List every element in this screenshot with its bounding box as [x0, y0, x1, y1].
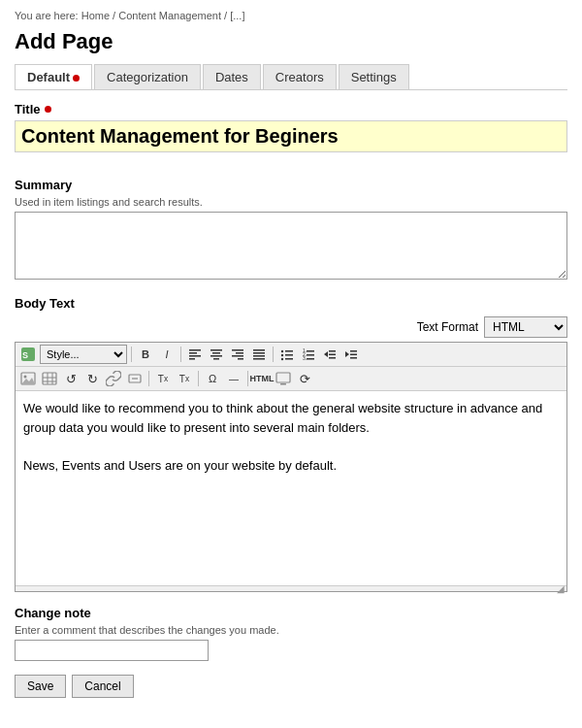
- svg-marker-30: [324, 351, 328, 357]
- toolbar-sep-1: [131, 347, 132, 362]
- svg-rect-11: [236, 352, 243, 354]
- editor-wrapper: S Style... B I: [15, 342, 567, 592]
- svg-point-20: [281, 354, 283, 356]
- toolbar-style-select[interactable]: Style...: [40, 345, 127, 364]
- svg-point-22: [281, 358, 283, 360]
- toolbar-sep-6: [247, 371, 248, 386]
- svg-point-18: [281, 350, 283, 352]
- body-text-label: Body Text: [15, 296, 567, 311]
- breadcrumb-prefix: You are here:: [15, 10, 79, 21]
- save-button[interactable]: Save: [15, 675, 66, 698]
- svg-rect-32: [329, 354, 336, 356]
- toolbar-preview-icon[interactable]: [274, 369, 293, 388]
- svg-rect-17: [253, 358, 265, 360]
- editor-content-area[interactable]: We would like to recommend you to think …: [16, 391, 566, 585]
- text-format-label: Text Format: [417, 320, 478, 334]
- breadcrumb-ellipsis: [...]: [230, 10, 244, 21]
- svg-rect-3: [189, 352, 197, 354]
- summary-label: Summary: [15, 178, 567, 192]
- svg-rect-35: [350, 350, 357, 352]
- svg-rect-13: [238, 358, 243, 360]
- toolbar-supertext-icon[interactable]: Tx: [175, 369, 194, 388]
- page-title: Add Page: [15, 29, 567, 54]
- summary-description: Used in item listings and search results…: [15, 196, 567, 208]
- title-label: Title: [15, 102, 567, 116]
- tab-settings[interactable]: Settings: [339, 64, 409, 89]
- toolbar-undo-icon[interactable]: ↺: [61, 369, 81, 388]
- toolbar-edit-link-icon[interactable]: [125, 369, 145, 388]
- toolbar-subtext-icon[interactable]: Tx: [153, 369, 173, 388]
- svg-marker-34: [345, 351, 349, 357]
- summary-section: Summary Used in item listings and search…: [15, 178, 567, 282]
- svg-rect-4: [189, 355, 201, 357]
- svg-rect-10: [232, 349, 243, 351]
- editor-paragraph-2: News, Events and Users are on your websi…: [23, 456, 559, 476]
- svg-rect-48: [276, 373, 290, 382]
- breadcrumb-home[interactable]: Home: [81, 10, 110, 21]
- toolbar-sep-5: [198, 371, 199, 386]
- tab-creators[interactable]: Creators: [263, 64, 337, 89]
- change-note-input[interactable]: [15, 640, 209, 661]
- svg-rect-33: [329, 357, 336, 359]
- svg-rect-14: [253, 349, 265, 351]
- svg-marker-40: [21, 378, 35, 384]
- svg-rect-6: [210, 349, 222, 351]
- cancel-button[interactable]: Cancel: [72, 675, 133, 698]
- toolbar-source-icon[interactable]: S: [18, 345, 38, 364]
- svg-rect-9: [213, 358, 219, 360]
- text-format-select[interactable]: HTML Plain Text Markdown: [484, 316, 567, 338]
- toolbar-ordered-list[interactable]: 1.2.3.: [299, 345, 318, 364]
- svg-rect-49: [280, 383, 286, 385]
- change-note-description: Enter a comment that describes the chang…: [15, 624, 567, 636]
- toolbar-refresh-icon[interactable]: ⟳: [295, 369, 314, 388]
- tab-default[interactable]: Default: [15, 64, 92, 89]
- svg-rect-21: [285, 354, 293, 356]
- summary-textarea[interactable]: [15, 212, 567, 280]
- toolbar-redo-icon[interactable]: ↻: [82, 369, 102, 388]
- toolbar-align-left[interactable]: [185, 345, 205, 364]
- svg-rect-29: [307, 358, 314, 360]
- toolbar-unordered-list[interactable]: [277, 345, 297, 364]
- svg-rect-27: [307, 354, 314, 356]
- toolbar-align-center[interactable]: [207, 345, 226, 364]
- tab-categorization[interactable]: Categorization: [94, 64, 201, 89]
- toolbar-italic[interactable]: I: [157, 345, 177, 364]
- toolbar-row-2: ↺ ↻ Tx Tx Ω — HTML ⟳: [16, 367, 566, 391]
- tabs-container: Default Categorization Dates Creators Se…: [15, 64, 567, 90]
- toolbar-image-icon[interactable]: [18, 369, 38, 388]
- breadcrumb-content-management[interactable]: Content Management: [118, 10, 221, 21]
- toolbar-outdent[interactable]: [320, 345, 340, 364]
- toolbar-link-icon[interactable]: [104, 369, 123, 388]
- toolbar-sep-2: [180, 347, 181, 362]
- title-required-dot: [45, 106, 51, 113]
- change-note-section: Change note Enter a comment that describ…: [15, 606, 567, 661]
- tab-default-required-dot: [73, 75, 80, 82]
- svg-rect-2: [189, 349, 201, 351]
- svg-rect-16: [253, 355, 265, 357]
- svg-rect-15: [253, 352, 265, 354]
- editor-paragraph-1: We would like to recommend you to think …: [23, 399, 559, 437]
- svg-rect-12: [232, 355, 243, 357]
- toolbar-html-icon[interactable]: HTML: [252, 369, 272, 388]
- svg-rect-8: [210, 355, 222, 357]
- toolbar-align-justify[interactable]: [249, 345, 269, 364]
- toolbar-align-right[interactable]: [228, 345, 247, 364]
- svg-text:S: S: [22, 350, 28, 360]
- toolbar-indent[interactable]: [341, 345, 361, 364]
- toolbar-table-icon[interactable]: [40, 369, 59, 388]
- body-text-section: Body Text Text Format HTML Plain Text Ma…: [15, 296, 567, 592]
- svg-text:3.: 3.: [303, 355, 307, 361]
- toolbar-hr-icon[interactable]: —: [224, 369, 243, 388]
- svg-rect-41: [43, 373, 56, 384]
- toolbar-special-char-icon[interactable]: Ω: [203, 369, 222, 388]
- toolbar-row-1: S Style... B I: [16, 343, 566, 367]
- svg-rect-36: [350, 354, 357, 356]
- toolbar-sep-4: [148, 371, 149, 386]
- svg-rect-7: [212, 352, 220, 354]
- tab-dates[interactable]: Dates: [203, 64, 261, 89]
- action-buttons: Save Cancel: [15, 675, 567, 698]
- svg-rect-19: [285, 350, 293, 352]
- title-input[interactable]: [15, 120, 567, 152]
- editor-resize-handle[interactable]: ◢: [16, 585, 566, 591]
- toolbar-bold[interactable]: B: [136, 345, 155, 364]
